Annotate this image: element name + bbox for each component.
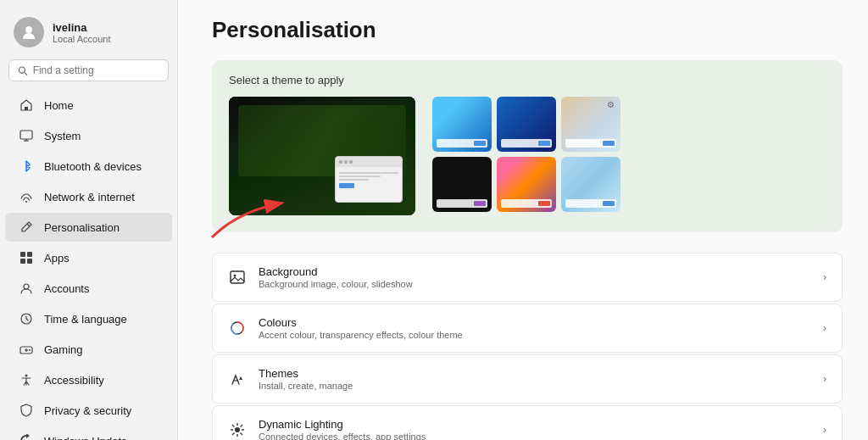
svg-line-8 [27, 224, 30, 226]
theme-section: Select a theme to apply [212, 60, 843, 232]
sidebar-label-system: System [44, 130, 81, 142]
lighting-icon [228, 421, 247, 439]
sidebar-item-privacy[interactable]: Privacy & security [5, 396, 172, 425]
sidebar-label-network: Network & internet [44, 191, 135, 203]
settings-desc-colours: Accent colour, transparency effects, col… [259, 330, 811, 340]
sidebar-label-privacy: Privacy & security [44, 404, 131, 417]
network-icon [19, 189, 34, 204]
settings-title-colours: Colours [259, 316, 811, 329]
svg-line-30 [241, 433, 243, 436]
sidebar-label-accessibility: Accessibility [44, 374, 104, 387]
search-box[interactable] [8, 59, 169, 81]
settings-title-dynamic-lighting: Dynamic Lighting [259, 418, 811, 431]
settings-item-themes[interactable]: Themes Install, create, manage › [212, 354, 843, 404]
chevron-right-icon: › [823, 271, 826, 283]
svg-point-19 [25, 375, 28, 377]
avatar [14, 17, 44, 47]
svg-line-31 [241, 425, 243, 427]
theme-large-preview[interactable] [229, 97, 415, 215]
themes-icon [228, 370, 247, 388]
settings-title-background: Background [259, 265, 811, 278]
sidebar-label-home: Home [44, 99, 74, 112]
theme-thumb-2[interactable] [497, 97, 556, 152]
apps-icon [19, 250, 34, 265]
sidebar-label-time: Time & language [44, 313, 127, 326]
svg-rect-11 [20, 259, 25, 264]
svg-point-13 [24, 284, 29, 289]
svg-line-29 [232, 425, 235, 427]
accounts-icon [19, 281, 34, 296]
update-icon [19, 433, 34, 440]
system-icon [19, 128, 34, 143]
main-wrapper: Personalisation Select a theme to apply [178, 0, 868, 440]
sidebar-label-update: Windows Update [44, 435, 127, 441]
sidebar-item-time[interactable]: Time & language [5, 304, 172, 333]
sidebar-label-bluetooth: Bluetooth & devices [44, 160, 142, 173]
theme-grid: ⚙ [229, 97, 826, 215]
theme-label: Select a theme to apply [229, 74, 826, 86]
chevron-right-icon-lighting: › [823, 424, 826, 436]
privacy-icon [19, 403, 34, 418]
settings-desc-dynamic-lighting: Connected devices, effects, app settings [259, 432, 811, 440]
svg-point-24 [235, 427, 240, 432]
svg-line-32 [232, 433, 235, 436]
bluetooth-icon [19, 159, 34, 174]
sidebar-item-personalisation[interactable]: Personalisation [5, 213, 172, 242]
search-icon [18, 65, 28, 76]
theme-thumbnails: ⚙ [432, 97, 620, 212]
sidebar-item-gaming[interactable]: Gaming [5, 335, 172, 364]
personalisation-icon [19, 220, 34, 235]
colours-icon [228, 319, 247, 337]
sidebar-label-accounts: Accounts [44, 282, 89, 295]
svg-rect-3 [25, 107, 28, 110]
settings-item-colours[interactable]: Colours Accent colour, transparency effe… [212, 304, 843, 353]
sidebar-item-bluetooth[interactable]: Bluetooth & devices [5, 152, 172, 181]
chevron-right-icon-themes: › [823, 373, 826, 385]
theme-thumb-6[interactable] [561, 157, 620, 212]
svg-rect-4 [20, 131, 32, 139]
svg-rect-20 [231, 271, 244, 283]
image-icon [228, 268, 247, 287]
theme-thumb-3[interactable]: ⚙ [561, 97, 620, 152]
sidebar: ivelina Local Account Home System Blueto… [0, 0, 178, 440]
user-type: Local Account [53, 34, 111, 44]
sidebar-label-apps: Apps [44, 252, 70, 265]
svg-rect-12 [27, 259, 32, 264]
sidebar-label-gaming: Gaming [44, 343, 83, 356]
sidebar-item-home[interactable]: Home [5, 91, 172, 120]
theme-thumb-4[interactable] [432, 157, 492, 212]
settings-item-dynamic-lighting[interactable]: Dynamic Lighting Connected devices, effe… [212, 405, 843, 440]
svg-rect-10 [27, 252, 32, 257]
chevron-right-icon-colours: › [823, 322, 826, 334]
sidebar-item-network[interactable]: Network & internet [5, 182, 172, 211]
settings-desc-themes: Install, create, manage [259, 381, 811, 391]
svg-point-0 [25, 26, 32, 33]
svg-point-7 [25, 201, 27, 203]
svg-line-2 [25, 72, 27, 75]
accessibility-icon [19, 372, 34, 387]
settings-title-themes: Themes [259, 367, 811, 380]
settings-list: Background Background image, colour, sli… [212, 253, 843, 440]
sidebar-item-windows-update[interactable]: Windows Update [5, 426, 172, 440]
gear-icon: ⚙ [607, 100, 617, 110]
sidebar-item-accounts[interactable]: Accounts [5, 274, 172, 303]
svg-point-21 [234, 275, 236, 277]
settings-item-background[interactable]: Background Background image, colour, sli… [212, 253, 843, 302]
page-title: Personalisation [212, 17, 843, 43]
settings-desc-background: Background image, colour, slideshow [259, 279, 811, 289]
search-input[interactable] [33, 64, 159, 76]
main-content: Personalisation Select a theme to apply [178, 0, 868, 440]
user-name: ivelina [53, 21, 111, 34]
sidebar-item-accessibility[interactable]: Accessibility [5, 365, 172, 394]
gaming-icon [19, 342, 34, 357]
theme-thumb-5[interactable] [497, 157, 556, 212]
sidebar-item-system[interactable]: System [5, 121, 172, 150]
home-icon [19, 97, 34, 113]
sidebar-item-apps[interactable]: Apps [5, 243, 172, 272]
svg-point-18 [29, 349, 31, 351]
sidebar-label-personalisation: Personalisation [44, 221, 120, 234]
user-profile[interactable]: ivelina Local Account [0, 8, 177, 59]
svg-rect-9 [20, 252, 25, 257]
theme-thumb-1[interactable] [432, 97, 492, 152]
time-icon [19, 311, 34, 326]
